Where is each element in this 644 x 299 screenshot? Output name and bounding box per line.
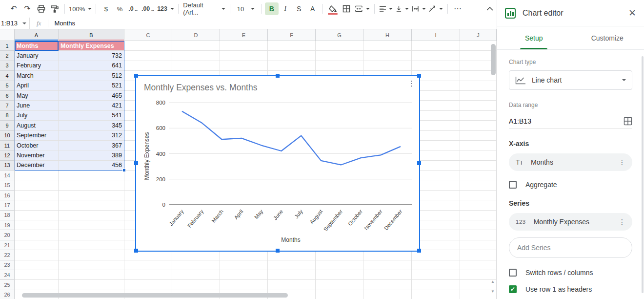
cell-I24[interactable] <box>412 270 460 280</box>
cell-J5[interactable] <box>460 81 497 91</box>
column-header-g[interactable]: G <box>316 29 363 41</box>
row-header-7[interactable]: 7 <box>0 101 15 110</box>
row-header-17[interactable]: 17 <box>0 200 15 210</box>
checkbox-row-use-row-1-as-headers[interactable]: ✓Use row 1 as headers <box>509 285 632 293</box>
cell-A7[interactable]: June <box>15 101 59 110</box>
cell-B6[interactable]: 465 <box>59 91 124 101</box>
cell-A1[interactable]: Months <box>15 41 59 51</box>
cell-J9[interactable] <box>460 121 497 130</box>
cell-J19[interactable] <box>460 220 497 230</box>
text-color-button[interactable]: A <box>306 2 320 15</box>
cell-B17[interactable] <box>59 200 124 210</box>
column-header-a[interactable]: A <box>15 29 59 41</box>
scroll-up-icon[interactable]: ▲ <box>491 279 495 284</box>
cell-D23[interactable] <box>172 260 220 270</box>
cell-J24[interactable] <box>460 270 497 280</box>
chart-resize-handle[interactable] <box>417 249 421 253</box>
cell-I23[interactable] <box>412 260 460 270</box>
cell-C3[interactable] <box>124 61 172 71</box>
cell-J6[interactable] <box>460 91 497 101</box>
row-header-1[interactable]: 1 <box>0 41 15 51</box>
formula-input[interactable]: Months <box>48 20 75 27</box>
cell-G2[interactable] <box>316 51 363 61</box>
cell-B11[interactable]: 367 <box>59 141 124 150</box>
cell-B23[interactable] <box>59 260 124 270</box>
cell-J23[interactable] <box>460 260 497 270</box>
cell-A11[interactable]: October <box>15 141 59 150</box>
name-box[interactable]: 1:B13 <box>0 20 29 27</box>
row-header-19[interactable]: 19 <box>0 220 15 230</box>
row-header-22[interactable]: 22 <box>0 250 15 260</box>
cell-F22[interactable] <box>268 250 316 260</box>
cell-H1[interactable] <box>363 41 412 51</box>
embedded-chart[interactable]: Monthly Expenses vs. Months ⋮ 0200400600… <box>135 75 420 252</box>
italic-button[interactable]: I <box>279 2 292 15</box>
cell-B19[interactable] <box>59 220 124 230</box>
cell-B24[interactable] <box>59 270 124 280</box>
chip-menu-icon[interactable]: ⋮ <box>619 218 625 226</box>
row-header-12[interactable]: 12 <box>0 150 15 160</box>
cell-A2[interactable]: January <box>15 51 59 61</box>
cell-C24[interactable] <box>124 270 172 280</box>
cell-C1[interactable] <box>124 41 172 51</box>
column-header-b[interactable]: B <box>59 29 124 41</box>
cell-D25[interactable] <box>172 280 220 290</box>
row-header-13[interactable]: 13 <box>0 161 15 171</box>
format-currency-button[interactable]: $ <box>99 2 113 15</box>
zoom-select[interactable]: 100% <box>68 2 93 15</box>
cell-B15[interactable] <box>59 180 124 190</box>
column-header-f[interactable]: F <box>268 29 316 41</box>
cell-J7[interactable] <box>460 101 497 110</box>
cell-I25[interactable] <box>412 280 460 290</box>
cell-A3[interactable]: February <box>15 61 59 71</box>
row-header-21[interactable]: 21 <box>0 240 15 250</box>
chart-resize-handle[interactable] <box>134 249 138 253</box>
column-header-c[interactable]: C <box>124 29 172 41</box>
column-header-e[interactable]: E <box>220 29 268 41</box>
cell-A6[interactable]: May <box>15 91 59 101</box>
more-formats-button[interactable]: 123 <box>156 2 176 15</box>
vertical-align-button[interactable] <box>394 2 410 15</box>
cell-A5[interactable]: April <box>15 81 59 91</box>
cell-B9[interactable]: 345 <box>59 121 124 130</box>
cell-B10[interactable]: 312 <box>59 131 124 141</box>
cell-J10[interactable] <box>460 131 497 141</box>
strikethrough-button[interactable]: S <box>292 2 306 15</box>
cell-E2[interactable] <box>220 51 268 61</box>
cell-F3[interactable] <box>268 61 316 71</box>
row-header-15[interactable]: 15 <box>0 180 15 190</box>
cell-A24[interactable] <box>15 270 59 280</box>
column-header-h[interactable]: H <box>363 29 412 41</box>
row-header-8[interactable]: 8 <box>0 111 15 121</box>
cell-E24[interactable] <box>220 270 268 280</box>
decrease-decimal-button[interactable]: .0← <box>126 2 140 15</box>
cell-H24[interactable] <box>363 270 412 280</box>
cell-E3[interactable] <box>220 61 268 71</box>
cell-B20[interactable] <box>59 230 124 240</box>
chart-resize-handle[interactable] <box>134 74 138 78</box>
vertical-scrollbar[interactable] <box>491 44 496 75</box>
print-button[interactable] <box>34 2 48 15</box>
cell-B2[interactable]: 732 <box>59 51 124 61</box>
merge-cells-button[interactable] <box>353 2 371 15</box>
panel-scrollbar[interactable] <box>642 56 644 293</box>
aggregate-checkbox[interactable] <box>509 181 517 189</box>
cell-A16[interactable] <box>15 191 59 200</box>
cell-H2[interactable] <box>363 51 412 61</box>
cell-A21[interactable] <box>15 240 59 250</box>
cell-A19[interactable] <box>15 220 59 230</box>
cell-D22[interactable] <box>172 250 220 260</box>
cell-J22[interactable] <box>460 250 497 260</box>
cell-H26[interactable] <box>363 290 412 299</box>
close-icon[interactable]: ✕ <box>628 7 636 19</box>
tab-setup[interactable]: Setup <box>497 26 571 49</box>
cell-G1[interactable] <box>316 41 363 51</box>
cell-G25[interactable] <box>316 280 363 290</box>
cell-J16[interactable] <box>460 191 497 200</box>
fill-handle[interactable] <box>122 169 126 172</box>
cell-J12[interactable] <box>460 150 497 160</box>
cell-A18[interactable] <box>15 211 59 220</box>
cell-B8[interactable]: 541 <box>59 111 124 121</box>
paint-format-button[interactable] <box>48 2 61 15</box>
cell-C22[interactable] <box>124 250 172 260</box>
